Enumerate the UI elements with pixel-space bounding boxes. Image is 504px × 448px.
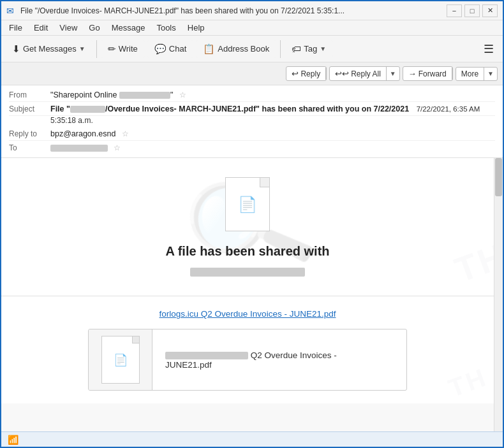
file-name-redacted xyxy=(165,352,248,359)
menu-edit[interactable]: Edit xyxy=(29,22,53,34)
subject-row: Subject File "/Overdue Invoices- MARCH-J… xyxy=(9,102,495,116)
email-content: 🔍 TH 📄 A file has been shared with TH xyxy=(1,158,494,403)
more-label: More xyxy=(461,69,478,78)
subject-label: Subject xyxy=(9,105,50,113)
to-star-icon[interactable]: ☆ xyxy=(114,143,121,152)
to-value: ☆ xyxy=(50,143,495,152)
address-book-label: Address Book xyxy=(218,44,269,54)
address-book-button[interactable]: 📋 Address Book xyxy=(196,40,276,58)
reply-main-button[interactable]: ↩ Reply xyxy=(286,67,326,80)
reply-all-split-button[interactable]: ↩↩ Reply All ▼ xyxy=(329,66,400,81)
reply-all-label: Reply All xyxy=(351,69,381,78)
subject-value: File "/Overdue Invoices- MARCH-JUNE21.pd… xyxy=(50,105,495,113)
window-controls: − □ ✕ xyxy=(447,4,498,17)
toolbar-divider-1 xyxy=(96,40,97,58)
from-label: From xyxy=(9,90,50,99)
text-watermark-2: TH xyxy=(445,363,491,403)
text-watermark: TH xyxy=(449,235,494,291)
toolbar-divider-2 xyxy=(280,40,281,58)
scrollbar-track[interactable] xyxy=(494,158,503,431)
maximize-button[interactable]: □ xyxy=(464,4,480,17)
reply-all-icon: ↩↩ xyxy=(335,69,349,78)
email-body-wrapper: 🔍 TH 📄 A file has been shared with TH xyxy=(1,158,503,431)
address-book-icon: 📋 xyxy=(203,43,215,55)
forward-split-button[interactable]: → Forward xyxy=(403,66,453,81)
subject-redacted xyxy=(70,106,105,113)
reply-label: Reply xyxy=(300,69,320,78)
get-messages-label: Get Messages xyxy=(23,44,77,54)
action-bar: ↩ Reply ↩↩ Reply All ▼ → Forward More ▼ xyxy=(1,62,503,85)
replyto-star-icon[interactable]: ☆ xyxy=(122,129,129,138)
menu-tools[interactable]: Tools xyxy=(151,22,181,34)
file-card-icon: 📄 xyxy=(114,353,128,367)
status-bar: 📶 xyxy=(1,431,503,447)
tag-button[interactable]: 🏷 Tag ▼ xyxy=(285,40,333,57)
chat-icon: 💬 xyxy=(154,43,167,55)
reply-icon: ↩ xyxy=(292,69,299,78)
shared-email-redacted xyxy=(190,268,305,277)
menu-message[interactable]: Message xyxy=(107,22,151,34)
reply-all-main-button[interactable]: ↩↩ Reply All xyxy=(330,67,387,80)
reply-split-button[interactable]: ↩ Reply xyxy=(286,66,327,81)
file-card[interactable]: 📄 Q2 Overdue Invoices -JUNE21.pdf xyxy=(88,329,407,391)
file-card-info: Q2 Overdue Invoices -JUNE21.pdf xyxy=(152,329,350,390)
window-title: File "/Overdue Invoices- MARCH-JUNE21.pd… xyxy=(20,6,447,15)
main-window: ✉ File "/Overdue Invoices- MARCH-JUNE21.… xyxy=(0,0,504,448)
replyto-row: Reply to bpz@aragon.esnd ☆ xyxy=(9,127,495,141)
to-label: To xyxy=(9,143,50,152)
get-messages-dropdown-icon[interactable]: ▼ xyxy=(79,45,85,52)
hamburger-menu-button[interactable]: ☰ xyxy=(478,40,499,59)
more-dropdown-button[interactable]: ▼ xyxy=(484,68,497,79)
to-redacted xyxy=(50,145,108,152)
write-icon: ✏ xyxy=(108,43,116,55)
write-label: Write xyxy=(119,44,138,54)
email-body[interactable]: 🔍 TH 📄 A file has been shared with TH xyxy=(1,158,494,431)
status-icon: 📶 xyxy=(8,435,19,445)
more-split-button[interactable]: More ▼ xyxy=(456,67,498,81)
file-card-name: Q2 Overdue Invoices -JUNE21.pdf xyxy=(165,350,337,370)
menu-view[interactable]: View xyxy=(54,22,82,34)
email-headers: From "Sharepoint Online " ☆ Subject File… xyxy=(1,85,503,158)
menu-file[interactable]: File xyxy=(4,22,27,34)
top-section: 🔍 TH 📄 A file has been shared with xyxy=(1,158,494,296)
reply-all-dropdown-button[interactable]: ▼ xyxy=(387,68,399,79)
from-star-icon[interactable]: ☆ xyxy=(179,90,186,99)
bottom-section: TH forlogs.icu Q2 Overdue Invoices - JUN… xyxy=(1,296,494,403)
replyto-value: bpz@aragon.esnd ☆ xyxy=(50,129,495,138)
from-row: From "Sharepoint Online " ☆ xyxy=(9,88,495,102)
write-button[interactable]: ✏ Write xyxy=(101,40,145,58)
file-card-thumb-inner: 📄 xyxy=(101,336,140,384)
minimize-button[interactable]: − xyxy=(447,4,462,17)
forward-main-button[interactable]: → Forward xyxy=(403,67,452,80)
tag-icon: 🏷 xyxy=(292,43,301,54)
menu-help[interactable]: Help xyxy=(182,22,210,34)
title-bar: ✉ File "/Overdue Invoices- MARCH-JUNE21.… xyxy=(1,1,503,20)
scrollbar-thumb[interactable] xyxy=(495,158,502,196)
subject-date: 7/22/2021, 6:35 AM xyxy=(417,105,480,113)
forward-label: Forward xyxy=(419,69,447,78)
link-text: forlogs.icu Q2 Overdue Invoices - JUNE21… xyxy=(14,309,481,319)
get-messages-icon: ⬇ xyxy=(12,43,20,55)
get-messages-button[interactable]: ⬇ Get Messages ▼ xyxy=(5,40,93,58)
to-row: To ☆ xyxy=(9,141,495,155)
file-icon-box: 📄 xyxy=(225,177,270,231)
app-icon: ✉ xyxy=(6,6,17,16)
close-button[interactable]: ✕ xyxy=(482,4,498,17)
subject-time-row: 5:35:18 a.m. xyxy=(9,116,495,127)
forward-icon: → xyxy=(408,69,417,78)
menu-bar: File Edit View Go Message Tools Help xyxy=(1,20,503,36)
chat-label: Chat xyxy=(169,44,186,54)
tag-dropdown-icon[interactable]: ▼ xyxy=(320,45,326,52)
menu-go[interactable]: Go xyxy=(84,22,105,34)
file-card-thumbnail: 📄 xyxy=(89,329,152,390)
from-redacted xyxy=(119,92,170,99)
file-icon: 📄 xyxy=(238,196,257,213)
more-main-button[interactable]: More xyxy=(456,68,484,80)
replyto-label: Reply to xyxy=(9,129,50,138)
shared-email xyxy=(190,266,305,277)
toolbar: ⬇ Get Messages ▼ ✏ Write 💬 Chat 📋 Addres… xyxy=(1,36,503,62)
tag-label: Tag xyxy=(304,44,317,54)
chat-button[interactable]: 💬 Chat xyxy=(147,40,193,58)
file-link[interactable]: forlogs.icu Q2 Overdue Invoices - JUNE21… xyxy=(159,309,336,319)
from-value: "Sharepoint Online " ☆ xyxy=(50,90,495,99)
